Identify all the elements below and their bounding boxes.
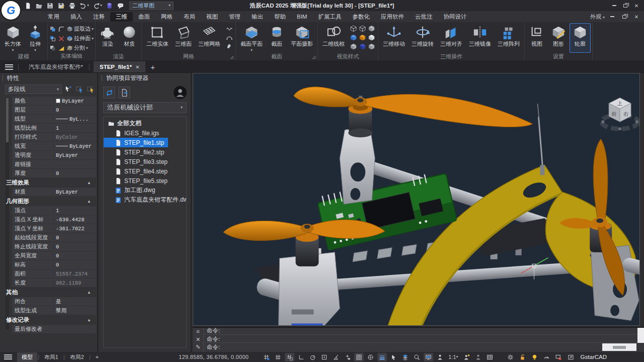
menu-item-2[interactable]: 注释 bbox=[88, 12, 110, 22]
layout-tab-2[interactable]: 布局2 bbox=[65, 352, 89, 362]
command-input-line[interactable]: 命令: bbox=[204, 342, 644, 352]
auto-annotation-icon[interactable] bbox=[462, 353, 471, 361]
tree-root-folder[interactable]: 全部文档 bbox=[104, 119, 186, 128]
prop-row[interactable]: 标高0 bbox=[12, 260, 96, 269]
prop-section-header[interactable]: 修改记录▲ bbox=[6, 315, 96, 324]
prop-row[interactable]: 线宽ByLayer bbox=[12, 142, 96, 150]
print-button[interactable] bbox=[67, 2, 77, 10]
tree-file-7[interactable]: 汽车底盘夹钳零配件.dwg bbox=[104, 195, 186, 205]
toggle-pickadd-button[interactable] bbox=[86, 84, 95, 94]
prop-row[interactable]: 起始线段宽度0 bbox=[12, 233, 96, 242]
visual-style-cube-0[interactable] bbox=[350, 25, 358, 33]
visual-style-cube-6[interactable] bbox=[350, 43, 358, 51]
doc-minimize-button[interactable] bbox=[608, 13, 617, 21]
undo-button[interactable]: ▾ bbox=[78, 2, 90, 10]
tab-menu-icon[interactable] bbox=[5, 64, 13, 70]
annotation-scale[interactable]: 1:1 ▾ bbox=[447, 353, 459, 361]
quick-select-button[interactable] bbox=[74, 84, 84, 94]
prop-row[interactable]: 透明度ByLayer bbox=[12, 151, 96, 159]
doc-close-button[interactable]: ✕ bbox=[632, 13, 641, 21]
selection-cycling-icon[interactable] bbox=[389, 353, 398, 361]
mini-wedge-icon[interactable] bbox=[58, 45, 65, 52]
prop-row[interactable]: 图层0 bbox=[12, 106, 96, 114]
layer-stack-icon[interactable] bbox=[400, 353, 410, 361]
save-as-button[interactable] bbox=[56, 2, 66, 10]
fit-view-icon[interactable] bbox=[566, 353, 576, 361]
clean-screen-icon[interactable] bbox=[424, 353, 433, 361]
mini-union-icon[interactable] bbox=[49, 26, 56, 33]
interface-lock-icon[interactable] bbox=[518, 353, 527, 361]
appearance-menu[interactable]: 外观 ▾ bbox=[590, 13, 605, 21]
menu-item-16[interactable]: 协同设计 bbox=[438, 12, 472, 22]
mini-sub-icon[interactable] bbox=[49, 45, 56, 52]
user-avatar[interactable] bbox=[174, 86, 187, 99]
redo-button[interactable]: ▾ bbox=[92, 2, 103, 10]
team-select[interactable]: 浩辰机械设计部 ▾ bbox=[103, 102, 187, 113]
mini-x-icon[interactable] bbox=[58, 35, 65, 42]
edit-icon[interactable]: ✎ bbox=[196, 344, 200, 350]
tips-icon[interactable] bbox=[530, 353, 539, 361]
ribbon-button-render[interactable]: 渲染▾ bbox=[97, 23, 118, 53]
isometric-drafting-icon[interactable] bbox=[366, 353, 375, 361]
prop-row[interactable]: 材质ByLayer bbox=[12, 188, 96, 196]
doc-restore-button[interactable] bbox=[620, 13, 629, 21]
ribbon-button-camera[interactable]: 平面摄影▾ bbox=[288, 23, 316, 53]
export-file-button[interactable] bbox=[118, 86, 130, 99]
arch-icon[interactable] bbox=[226, 34, 233, 41]
fan-icon[interactable] bbox=[226, 42, 233, 49]
select-objects-button[interactable] bbox=[63, 84, 73, 94]
mini-fillet-icon[interactable] bbox=[58, 26, 65, 33]
open-file-button[interactable] bbox=[34, 2, 44, 10]
annotation-visibility-icon[interactable] bbox=[435, 353, 445, 361]
ribbon-button-mesh3d[interactable]: 三维网格▾ bbox=[195, 23, 223, 53]
ribbon-button-secplane[interactable]: 截面平面▾ bbox=[237, 23, 266, 53]
prop-row[interactable]: 超链接 bbox=[12, 160, 96, 168]
tree-file-1[interactable]: STEP_file1.stp bbox=[104, 138, 168, 147]
new-tab-button[interactable]: + bbox=[145, 63, 160, 71]
ortho-mode-icon[interactable] bbox=[296, 353, 306, 361]
grid-display-icon[interactable] bbox=[262, 353, 271, 361]
prop-row[interactable]: 长度962.1189 bbox=[12, 279, 96, 287]
ribbon-button-wireframe2d[interactable]: 二维线框▾ bbox=[319, 23, 348, 53]
command-horizontal-scrollbar[interactable] bbox=[602, 343, 636, 351]
ribbon-item-2[interactable]: 分割▾ bbox=[66, 44, 88, 52]
workspace-selector[interactable]: 二维草图 ▾ bbox=[129, 2, 174, 10]
hatch-display-icon[interactable] bbox=[354, 353, 364, 361]
menu-item-1[interactable]: 插入 bbox=[65, 12, 88, 22]
drag-handle-icon[interactable]: ≡ bbox=[196, 329, 199, 334]
menu-item-8[interactable]: 管理 bbox=[223, 12, 246, 22]
prop-row[interactable]: 顶点 X 坐标-630.4428 bbox=[12, 215, 96, 224]
ribbon-button-array3d[interactable]: 三维阵列▾ bbox=[495, 23, 523, 53]
ribbon-button-profile[interactable]: 轮廓▾ bbox=[570, 23, 591, 53]
prop-row[interactable]: 线型ByL... bbox=[12, 115, 96, 123]
prop-row[interactable]: 厚度0 bbox=[12, 169, 96, 177]
menu-item-14[interactable]: 应用软件 bbox=[375, 12, 410, 22]
ribbon-button-material[interactable]: 材质▾ bbox=[119, 23, 140, 53]
settings-icon[interactable] bbox=[506, 353, 515, 361]
close-icon[interactable]: ✕ bbox=[196, 337, 200, 342]
document-tab-0[interactable]: 汽车底盘夹钳零配件* bbox=[23, 61, 89, 72]
prop-section-header[interactable]: 几何图形▲ bbox=[6, 197, 96, 206]
menu-item-15[interactable]: 云批注 bbox=[410, 12, 438, 22]
tree-file-3[interactable]: STEP_file3.step bbox=[104, 157, 186, 166]
polar-tracking-icon[interactable] bbox=[308, 353, 317, 361]
ribbon-button-box[interactable]: 长方体▾ bbox=[2, 23, 24, 53]
prop-row[interactable]: 最后修改者 bbox=[12, 325, 96, 333]
menu-item-13[interactable]: 参数化 bbox=[347, 12, 375, 22]
command-vertical-scrollbar[interactable] bbox=[637, 328, 644, 343]
ribbon-button-extrude[interactable]: 拉伸▾ bbox=[25, 23, 46, 53]
status-menu-icon[interactable] bbox=[4, 354, 12, 359]
ribbon-button-mirror3d[interactable]: 三维镜像▾ bbox=[466, 23, 494, 53]
visual-style-cube-7[interactable] bbox=[359, 43, 367, 51]
dynamic-input-icon[interactable] bbox=[343, 353, 352, 361]
menu-item-10[interactable]: 帮助 bbox=[269, 12, 291, 22]
menu-item-11[interactable]: BIM bbox=[291, 13, 312, 21]
snap-mode-icon[interactable] bbox=[285, 353, 294, 361]
prop-row[interactable]: 终止线段宽度0 bbox=[12, 242, 96, 251]
layout-tab-0[interactable]: 模型 bbox=[17, 352, 37, 362]
menu-item-6[interactable]: 布局 bbox=[178, 12, 201, 22]
prop-section-header[interactable]: 三维效果▲ bbox=[6, 178, 96, 187]
prop-row[interactable]: 线型比例1 bbox=[12, 124, 96, 132]
menu-item-4[interactable]: 曲面 bbox=[133, 12, 155, 22]
zoom-tool-icon[interactable] bbox=[412, 353, 422, 361]
